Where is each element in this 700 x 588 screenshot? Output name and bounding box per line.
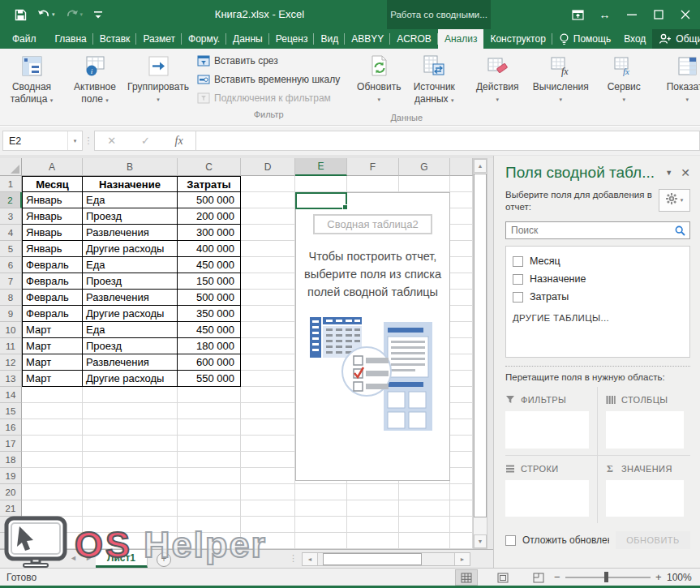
row-header-18[interactable]: 18 bbox=[0, 452, 22, 468]
cell-E1[interactable] bbox=[295, 176, 347, 192]
cell-H20[interactable] bbox=[450, 484, 473, 500]
scroll-right-icon[interactable]: ► bbox=[454, 553, 470, 565]
cell-D2[interactable] bbox=[241, 192, 295, 208]
cell-D16[interactable] bbox=[241, 419, 295, 436]
ribbon-display-options-icon[interactable] bbox=[565, 0, 591, 29]
zoom-slider-thumb[interactable] bbox=[604, 572, 608, 582]
cell-H19[interactable] bbox=[450, 468, 473, 484]
cell-B7[interactable]: Проезд bbox=[83, 273, 178, 290]
cell-A17[interactable] bbox=[22, 436, 83, 452]
ribbon-button-сводная[interactable]: Своднаятаблица ▾ bbox=[4, 50, 59, 108]
cell-H17[interactable] bbox=[450, 436, 473, 452]
cell-C2[interactable]: 500 000 bbox=[178, 192, 241, 208]
cell-B1[interactable]: Назначение bbox=[83, 176, 178, 192]
cell-B18[interactable] bbox=[83, 452, 178, 468]
field-checkbox[interactable] bbox=[513, 256, 523, 267]
row-header-4[interactable]: 4 bbox=[0, 225, 22, 241]
cell-D18[interactable] bbox=[241, 452, 295, 468]
cell-C13[interactable]: 550 000 bbox=[178, 371, 241, 387]
cell-C11[interactable]: 180 000 bbox=[178, 338, 241, 354]
cell-B15[interactable] bbox=[83, 403, 178, 419]
cell-C22[interactable] bbox=[178, 517, 241, 533]
cell-C17[interactable] bbox=[178, 436, 241, 452]
cell-C20[interactable] bbox=[178, 484, 241, 500]
update-button[interactable]: ОБНОВИТЬ bbox=[616, 531, 690, 549]
area-dropzone[interactable] bbox=[606, 411, 684, 449]
cell-C21[interactable] bbox=[178, 500, 241, 517]
cell-H2[interactable] bbox=[450, 192, 473, 208]
row-header-3[interactable]: 3 bbox=[0, 208, 22, 225]
cell-B22[interactable] bbox=[83, 517, 178, 533]
tab-размет[interactable]: Размет bbox=[136, 29, 182, 49]
cell-H13[interactable] bbox=[450, 371, 473, 387]
column-header-B[interactable]: B bbox=[83, 158, 178, 176]
column-header-D[interactable]: D bbox=[241, 158, 295, 176]
cell-C23[interactable] bbox=[178, 533, 241, 549]
cell-B21[interactable] bbox=[83, 500, 178, 517]
cell-A15[interactable] bbox=[22, 403, 83, 419]
field-item-затраты[interactable]: Затраты bbox=[513, 288, 683, 306]
insert-function-icon[interactable]: fx bbox=[175, 135, 183, 148]
cell-D20[interactable] bbox=[241, 484, 295, 500]
cell-A22[interactable] bbox=[22, 517, 83, 533]
cell-A16[interactable] bbox=[22, 419, 83, 436]
customize-qat-icon[interactable] bbox=[93, 10, 103, 19]
tab-вход[interactable]: Вход bbox=[617, 29, 652, 49]
cell-E23[interactable] bbox=[295, 533, 347, 549]
cell-C16[interactable] bbox=[178, 419, 241, 436]
cell-E21[interactable] bbox=[295, 500, 347, 517]
area-dropzone[interactable] bbox=[505, 480, 589, 517]
cell-C14[interactable] bbox=[178, 387, 241, 403]
cell-B4[interactable]: Развлечения bbox=[83, 225, 178, 241]
scroll-up-icon[interactable]: ▲ bbox=[474, 159, 487, 173]
search-input[interactable] bbox=[506, 225, 675, 236]
cell-B8[interactable]: Развлечения bbox=[83, 290, 178, 306]
drop-area-строки[interactable]: СТРОКИ bbox=[505, 456, 598, 524]
cell-C15[interactable] bbox=[178, 403, 241, 419]
vertical-scrollbar-thumb[interactable] bbox=[474, 174, 487, 517]
zoom-in-icon[interactable]: + bbox=[655, 571, 662, 583]
ribbon-button-группировать[interactable]: Группировать▾ bbox=[131, 50, 186, 107]
cell-B13[interactable]: Другие расходы bbox=[83, 371, 178, 387]
area-dropzone[interactable] bbox=[606, 480, 684, 517]
cell-D23[interactable] bbox=[241, 533, 295, 549]
enter-icon[interactable]: ✓ bbox=[141, 135, 150, 147]
row-header-15[interactable]: 15 bbox=[0, 403, 22, 419]
drop-area-фильтры[interactable]: ФИЛЬТРЫ bbox=[505, 387, 598, 456]
vertical-scrollbar[interactable]: ▲ ▼ bbox=[473, 158, 487, 549]
cell-G23[interactable] bbox=[399, 533, 450, 549]
cell-H5[interactable] bbox=[450, 241, 473, 257]
tab-вид[interactable]: Вид bbox=[314, 29, 345, 49]
tab-файл[interactable]: Файл bbox=[0, 29, 49, 49]
cell-A8[interactable]: Февраль bbox=[22, 290, 83, 306]
cell-A1[interactable]: Месяц bbox=[22, 176, 83, 192]
cell-H18[interactable] bbox=[450, 452, 473, 468]
tab-главна[interactable]: Главна bbox=[49, 29, 93, 49]
row-header-7[interactable]: 7 bbox=[0, 273, 22, 290]
drop-area-столбцы[interactable]: СТОЛБЦЫ bbox=[598, 387, 690, 456]
tab-acrob[interactable]: ACROB bbox=[390, 29, 438, 49]
cell-F23[interactable] bbox=[347, 533, 399, 549]
field-item-месяц[interactable]: Месяц bbox=[513, 252, 683, 270]
cell-H12[interactable] bbox=[450, 354, 473, 371]
cell-D1[interactable] bbox=[241, 176, 295, 192]
cell-D19[interactable] bbox=[241, 468, 295, 484]
field-search[interactable] bbox=[505, 221, 690, 239]
row-header-8[interactable]: 8 bbox=[0, 290, 22, 306]
undo-icon[interactable]: ▾ bbox=[37, 10, 55, 20]
cell-D6[interactable] bbox=[241, 257, 295, 273]
cell-B5[interactable]: Другие расходы bbox=[83, 241, 178, 257]
row-header-14[interactable]: 14 bbox=[0, 387, 22, 403]
cell-D7[interactable] bbox=[241, 273, 295, 290]
row-header-12[interactable]: 12 bbox=[0, 354, 22, 371]
row-header-5[interactable]: 5 bbox=[0, 241, 22, 257]
cell-B16[interactable] bbox=[83, 419, 178, 436]
column-header-A[interactable]: A bbox=[22, 158, 83, 176]
column-header-E[interactable]: E bbox=[295, 158, 347, 176]
column-header-G[interactable]: G bbox=[399, 158, 450, 176]
zoom-level[interactable]: 100% bbox=[667, 572, 692, 583]
ribbon-button-вставить-временную-шкалу[interactable]: Вставить временную шкалу bbox=[197, 71, 340, 88]
cell-A18[interactable] bbox=[22, 452, 83, 468]
tab-вставк[interactable]: Вставк bbox=[93, 29, 137, 49]
tab-анализ[interactable]: Анализ bbox=[438, 29, 484, 49]
